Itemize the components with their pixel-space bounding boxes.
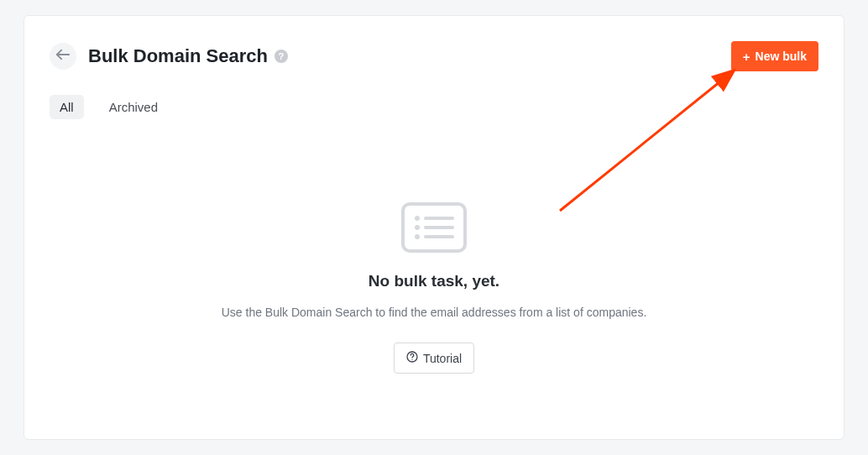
header-row: Bulk Domain Search ? + New bulk <box>50 41 818 71</box>
tab-all-label: All <box>60 100 74 114</box>
svg-point-9 <box>411 359 412 360</box>
tutorial-label: Tutorial <box>423 352 462 365</box>
back-button[interactable] <box>50 43 76 70</box>
question-circle-icon <box>406 351 418 365</box>
svg-point-4 <box>415 225 420 230</box>
new-bulk-button[interactable]: + New bulk <box>731 41 818 71</box>
list-icon <box>400 201 468 257</box>
plus-icon: + <box>743 50 750 63</box>
tab-archived[interactable]: Archived <box>99 95 168 119</box>
svg-point-6 <box>415 234 420 239</box>
tab-archived-label: Archived <box>109 100 158 114</box>
title-wrap: Bulk Domain Search ? <box>88 45 288 67</box>
header-left: Bulk Domain Search ? <box>50 43 288 70</box>
page-title: Bulk Domain Search <box>88 45 268 67</box>
tabs: All Archived <box>50 95 818 119</box>
tutorial-button[interactable]: Tutorial <box>394 343 474 374</box>
new-bulk-label: New bulk <box>756 50 807 63</box>
empty-state: No bulk task, yet. Use the Bulk Domain S… <box>50 119 818 422</box>
help-icon[interactable]: ? <box>275 50 288 63</box>
tab-all[interactable]: All <box>50 95 84 119</box>
svg-point-2 <box>415 216 420 221</box>
arrow-left-icon <box>55 49 71 64</box>
empty-title: No bulk task, yet. <box>369 272 499 290</box>
empty-description: Use the Bulk Domain Search to find the e… <box>222 306 647 319</box>
main-card: Bulk Domain Search ? + New bulk All Arch… <box>24 15 844 440</box>
